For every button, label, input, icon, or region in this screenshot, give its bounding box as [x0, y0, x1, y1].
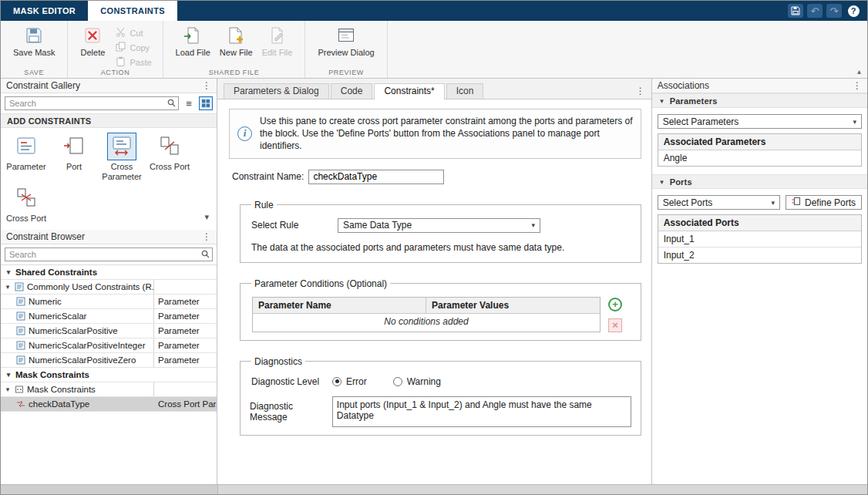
tree-row-checkdatatype[interactable]: checkDataType Cross Port Par...: [1, 397, 217, 412]
gallery-item-cross-port[interactable]: Cross Port: [146, 133, 193, 181]
gallery-item-label: Cross Port: [6, 214, 46, 224]
gallery-search-input[interactable]: [5, 96, 179, 110]
paste-icon: [116, 56, 126, 68]
tree-item-label: Commonly Used Constraints (R...: [27, 282, 153, 291]
chevron-down-icon[interactable]: ▾: [4, 283, 12, 291]
clipboard-buttons: Cut Copy Paste: [113, 24, 154, 69]
rule-description: The data at the associated ports and par…: [251, 242, 631, 253]
diagnostic-message-input[interactable]: Input ports (Input_1 & Input_2) and Angl…: [332, 396, 631, 427]
status-bar-left-segment: [1, 485, 218, 495]
associated-port-row[interactable]: Input_2: [658, 248, 861, 263]
radio-error-circle[interactable]: [332, 377, 341, 386]
new-file-button[interactable]: New File: [215, 24, 257, 59]
tree-row-numericscalar[interactable]: NumericScalar Parameter: [1, 309, 217, 324]
titlebar-tab-constraints[interactable]: CONSTRAINTS: [88, 1, 177, 21]
save-mask-button[interactable]: Save Mask: [8, 24, 59, 59]
copy-button[interactable]: Copy: [113, 41, 154, 54]
cut-button[interactable]: Cut: [113, 26, 154, 39]
cut-label: Cut: [130, 29, 143, 38]
status-bar: [1, 484, 867, 495]
select-ports-dropdown[interactable]: Select Ports ▾: [658, 195, 780, 210]
grid-view-button[interactable]: [199, 96, 213, 110]
associations-header: Associations ⋮: [652, 79, 867, 93]
tab-code[interactable]: Code: [331, 83, 373, 99]
help-icon[interactable]: ?: [846, 4, 861, 18]
remove-condition-button[interactable]: ×: [608, 318, 622, 332]
associated-parameter-row[interactable]: Angle: [658, 150, 861, 166]
tree-group-shared-constraints[interactable]: ▾ Shared Constraints: [1, 265, 217, 280]
undo-icon[interactable]: ↶: [807, 4, 823, 18]
editor-menu-icon[interactable]: ⋮: [636, 86, 645, 96]
titlebar-tab-mask-editor[interactable]: MASK EDITOR: [1, 1, 88, 21]
constraint-name-label: Constraint Name:: [232, 171, 304, 182]
tree-item-label: Mask Constraints: [27, 385, 96, 394]
tab-parameters-dialog[interactable]: Parameters & Dialog: [224, 83, 329, 99]
ports-section-bar[interactable]: ▾ Ports: [652, 174, 867, 189]
parameters-section-bar[interactable]: ▾ Parameters: [652, 93, 867, 108]
tree-row-commonly-used[interactable]: ▾ Commonly Used Constraints (R...: [1, 280, 217, 295]
chevron-down-icon[interactable]: ▾: [5, 371, 12, 379]
tree-item-label: NumericScalarPositiveZero: [29, 355, 136, 365]
diagnostics-legend: Diagnostics: [251, 356, 305, 367]
define-ports-button[interactable]: Define Ports: [786, 195, 862, 210]
radio-error[interactable]: Error: [332, 376, 367, 387]
tree-row-mask-constraints-parent[interactable]: ▾ Mask Constraints: [1, 382, 217, 397]
preview-dialog-button[interactable]: Preview Dialog: [313, 24, 378, 59]
gallery-expand-icon[interactable]: ▾: [204, 212, 209, 222]
constraint-icon: [16, 355, 25, 365]
gallery-item-port[interactable]: Port: [50, 133, 98, 181]
constraint-icon: [16, 311, 25, 321]
browser-menu-icon[interactable]: ⋮: [202, 232, 211, 241]
mask-editor-window: MASK EDITOR CONSTRAINTS ↶ ↷ ? Save Mask …: [0, 0, 868, 495]
tree-row-numericscalarpositiveinteger[interactable]: NumericScalarPositiveInteger Parameter: [1, 338, 217, 353]
chevron-down-icon: ▾: [658, 178, 666, 186]
collapse-ribbon-icon[interactable]: ▴: [857, 67, 861, 76]
gallery-item-label: Port: [66, 162, 82, 172]
list-view-button[interactable]: ≡: [182, 96, 196, 110]
tab-icon[interactable]: Icon: [446, 83, 484, 99]
chevron-down-icon: ▾: [853, 118, 856, 126]
paste-button[interactable]: Paste: [113, 56, 154, 69]
tree-group-mask-constraints[interactable]: ▾ Mask Constraints: [1, 368, 217, 382]
tree-row-numericscalarpositive[interactable]: NumericScalarPositive Parameter: [1, 324, 217, 338]
tree-row-numericscalarpositivezero[interactable]: NumericScalarPositiveZero Parameter: [1, 353, 217, 368]
constraint-name-input[interactable]: [308, 170, 444, 184]
chevron-down-icon[interactable]: ▾: [5, 268, 12, 276]
constraint-gallery-grid: Parameter Port Cross Parameter: [1, 128, 217, 230]
associated-port-row[interactable]: Input_1: [658, 231, 861, 248]
tree-item-type: Parameter: [153, 295, 217, 308]
tab-constraints[interactable]: Constraints*: [374, 83, 444, 99]
load-file-button[interactable]: Load File: [171, 24, 215, 59]
load-file-label: Load File: [176, 48, 210, 57]
save-icon[interactable]: [788, 4, 803, 18]
chevron-down-icon[interactable]: ▾: [4, 386, 12, 393]
conditions-empty-text: No conditions added: [253, 314, 600, 330]
define-ports-icon: [792, 197, 801, 208]
radio-warning-circle[interactable]: [393, 377, 402, 386]
add-constraints-label: ADD CONSTRAINTS: [7, 116, 91, 126]
delete-button[interactable]: Delete: [76, 24, 109, 59]
info-icon: i: [237, 126, 252, 141]
select-parameters-dropdown[interactable]: Select Parameters ▾: [658, 114, 862, 129]
tree-row-numeric[interactable]: Numeric Parameter: [1, 295, 217, 309]
gallery-item-parameter[interactable]: Parameter: [2, 133, 50, 181]
associations-menu-icon[interactable]: ⋮: [853, 81, 862, 90]
browser-search-input[interactable]: [5, 248, 213, 261]
ribbon-group-preview-name: PREVIEW: [305, 69, 386, 76]
port-icon: [62, 134, 86, 160]
parameter-icon: [15, 134, 38, 160]
delete-icon: [84, 25, 101, 45]
constraint-icon: [16, 326, 25, 335]
radio-error-label: Error: [346, 376, 367, 387]
add-condition-button[interactable]: +: [608, 298, 622, 311]
gallery-menu-icon[interactable]: ⋮: [202, 81, 211, 90]
redo-icon[interactable]: ↷: [826, 4, 842, 18]
gallery-item-cross-parameter[interactable]: Cross Parameter: [98, 133, 146, 181]
editor-tabbar: Parameters & Dialog Code Constraints* Ic…: [217, 79, 651, 99]
gallery-item-cross-port-2[interactable]: Cross Port: [2, 184, 50, 224]
radio-warning[interactable]: Warning: [393, 376, 441, 387]
tree-item-type: Parameter: [153, 338, 217, 352]
edit-file-button[interactable]: Edit File: [257, 24, 298, 59]
ribbon: Save Mask SAVE Delete Cut Copy: [1, 21, 867, 79]
select-rule-dropdown[interactable]: Same Data Type ▾: [338, 218, 540, 233]
